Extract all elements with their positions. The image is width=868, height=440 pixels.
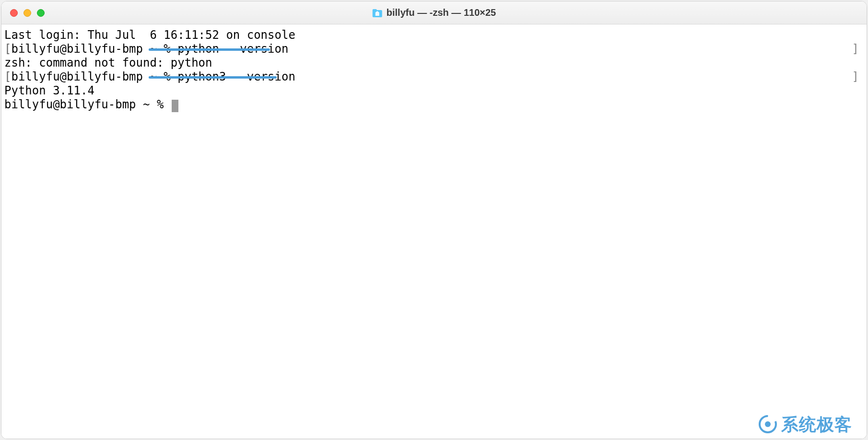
terminal-prompt-line: [billyfu@billyfu-bmp ~ % python --versio… [4, 42, 864, 56]
terminal-output-line: zsh: command not found: python [4, 56, 864, 70]
terminal-current-prompt[interactable]: billyfu@billyfu-bmp ~ % [4, 98, 864, 112]
minimize-button[interactable] [23, 9, 31, 17]
annotation-underline [149, 48, 270, 51]
terminal-prompt-line: [billyfu@billyfu-bmp ~ % python3 --versi… [4, 70, 864, 84]
terminal-body[interactable]: Last login: Thu Jul 6 16:11:52 on consol… [1, 24, 867, 439]
annotation-underline [149, 76, 277, 79]
cursor-icon [172, 100, 178, 112]
watermark-text: 系统极客 [781, 417, 852, 431]
traffic-lights [1, 9, 45, 17]
close-button[interactable] [10, 9, 18, 17]
terminal-window: billyfu — -zsh — 110×25 Last login: Thu … [1, 1, 867, 439]
watermark: 系统极客 [758, 415, 852, 434]
window-title-text: billyfu — -zsh — 110×25 [387, 7, 496, 18]
home-folder-icon [372, 8, 383, 18]
svg-rect-2 [375, 12, 379, 16]
maximize-button[interactable] [37, 9, 45, 17]
terminal-output-line: Python 3.11.4 [4, 84, 864, 98]
window-title: billyfu — -zsh — 110×25 [372, 7, 496, 18]
svg-point-4 [765, 421, 771, 427]
title-bar[interactable]: billyfu — -zsh — 110×25 [1, 1, 867, 24]
svg-rect-1 [373, 9, 377, 12]
terminal-output-line: Last login: Thu Jul 6 16:11:52 on consol… [4, 28, 864, 42]
watermark-logo-icon [758, 415, 777, 434]
